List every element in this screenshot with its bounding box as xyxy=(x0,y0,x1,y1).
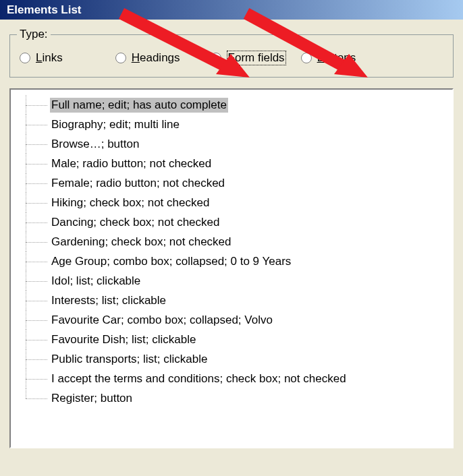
tree-item[interactable]: Favourite Dish; list; clickable xyxy=(26,330,452,349)
tree-item-label: Age Group; combo box; collapsed; 0 to 9 … xyxy=(50,254,292,269)
radio-links[interactable]: Links xyxy=(20,51,63,65)
tree-connector-icon xyxy=(26,310,50,330)
tree-connector-icon xyxy=(26,115,50,134)
tree-item-label: Browse…; button xyxy=(50,137,140,152)
tree-connector-icon xyxy=(26,212,50,232)
elements-tree[interactable]: Full name; edit; has auto completeBiogra… xyxy=(9,88,454,448)
radio-icon xyxy=(301,53,312,63)
tree-item[interactable]: Age Group; combo box; collapsed; 0 to 9 … xyxy=(26,251,452,271)
tree-item-label: Idol; list; clickable xyxy=(50,274,142,289)
radio-buttons[interactable]: Buttons xyxy=(301,51,356,65)
tree-item[interactable]: Favourite Car; combo box; collapsed; Vol… xyxy=(26,310,452,330)
tree-item-label: Biography; edit; multi line xyxy=(50,117,181,132)
tree-item-label: Male; radio button; not checked xyxy=(50,156,213,171)
tree-connector-icon xyxy=(26,349,50,369)
tree-connector-icon xyxy=(26,95,50,115)
tree-item[interactable]: Full name; edit; has auto complete xyxy=(26,95,452,115)
radio-icon xyxy=(115,53,126,63)
tree-item[interactable]: Idol; list; clickable xyxy=(26,271,452,291)
tree-connector-icon xyxy=(26,369,50,388)
radio-icon xyxy=(211,53,221,63)
tree-item-label: Gardening; check box; not checked xyxy=(50,235,233,249)
radio-headings[interactable]: Headings xyxy=(115,51,180,65)
tree-connector-icon xyxy=(26,251,50,271)
tree-connector-icon xyxy=(26,330,50,349)
tree-item-label: Dancing; check box; not checked xyxy=(50,215,221,230)
tree-connector-icon xyxy=(26,388,50,408)
tree-item[interactable]: Register; button xyxy=(26,388,452,408)
tree-item[interactable]: Hiking; check box; not checked xyxy=(26,193,452,212)
tree-connector-icon xyxy=(26,193,50,212)
radio-dot-icon xyxy=(213,56,218,61)
tree-connector-icon xyxy=(26,291,50,310)
tree-item[interactable]: Gardening; check box; not checked xyxy=(26,232,452,251)
tree-item[interactable]: Browse…; button xyxy=(26,134,452,154)
radio-headings-label: Headings xyxy=(132,51,180,65)
tree-item[interactable]: Female; radio button; not checked xyxy=(26,173,452,193)
tree-item-label: Female; radio button; not checked xyxy=(50,176,226,191)
dialog-body: Type: Links Headings Form fields Buttons… xyxy=(0,20,463,454)
tree-item[interactable]: Public transports; list; clickable xyxy=(26,349,452,369)
radio-icon xyxy=(20,53,30,63)
tree-item-label: Hiking; check box; not checked xyxy=(50,196,211,210)
tree-connector-icon xyxy=(26,271,50,291)
tree-connector-icon xyxy=(26,173,50,193)
type-fieldset: Type: Links Headings Form fields Buttons xyxy=(9,34,454,78)
tree-item-label: Favourite Dish; list; clickable xyxy=(50,332,197,347)
tree-connector-icon xyxy=(26,134,50,154)
tree-item[interactable]: Male; radio button; not checked xyxy=(26,154,452,173)
type-legend: Type: xyxy=(17,28,51,41)
tree-item[interactable]: Dancing; check box; not checked xyxy=(26,212,452,232)
tree-item-label: Register; button xyxy=(50,391,134,406)
tree-connector-icon xyxy=(26,154,50,173)
radio-form-fields[interactable]: Form fields xyxy=(211,51,286,65)
window-title: Elements List xyxy=(0,0,463,20)
radio-links-label: Links xyxy=(36,51,63,65)
tree-item[interactable]: Biography; edit; multi line xyxy=(26,115,452,134)
type-radio-row: Links Headings Form fields Buttons xyxy=(20,51,443,65)
tree-item-label: Interests; list; clickable xyxy=(50,293,167,308)
tree-item-label: Public transports; list; clickable xyxy=(50,352,209,367)
tree-connector-icon xyxy=(26,232,50,251)
radio-form-fields-label: Form fields xyxy=(227,51,286,65)
tree-item[interactable]: Interests; list; clickable xyxy=(26,291,452,310)
tree-item-label: Full name; edit; has auto complete xyxy=(50,98,228,113)
radio-buttons-label: Buttons xyxy=(317,51,356,65)
tree-item[interactable]: I accept the terms and conditions; check… xyxy=(26,369,452,388)
tree-item-label: I accept the terms and conditions; check… xyxy=(50,371,348,386)
tree-item-label: Favourite Car; combo box; collapsed; Vol… xyxy=(50,313,274,328)
